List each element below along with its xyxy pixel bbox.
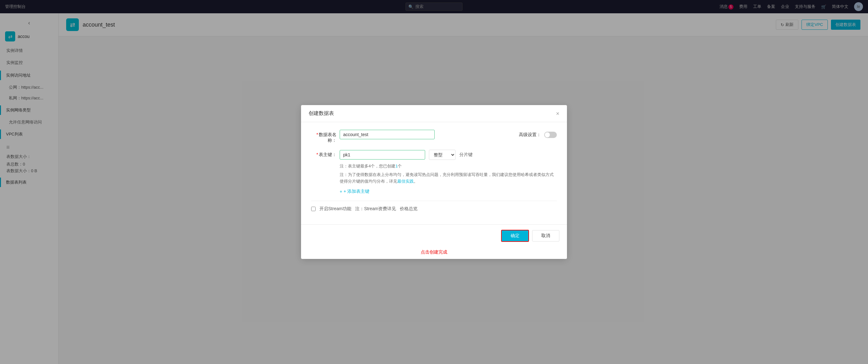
advanced-label: 高级设置： [519,132,541,138]
note2-start: 注：为了使得数据在表上分布均匀，避免读写热点问题，充分利用预留读写吞吐量，我们建… [340,172,554,184]
modal-overlay: 创建数据表 × *数据表名称： 高级设置： *表主键 [0,0,868,364]
stream-row: 开启Stream功能 注：Stream资费详见 价格总览 [311,201,557,217]
stream-checkbox-label: 开启Stream功能 [319,206,351,212]
dialog-body: *数据表名称： 高级设置： *表主键： [301,122,567,224]
add-pk-plus-icon: + [340,189,342,194]
best-practice-link[interactable]: 最佳实践 [397,179,414,184]
stream-note: 注：Stream资费详见 [355,206,396,212]
confirm-button[interactable]: 确定 [501,230,529,242]
note1-start: 注：表主键最多4个，您已创建 [340,164,395,169]
add-pk-label: + 添加表主键 [343,189,369,194]
dialog-close-button[interactable]: × [556,111,559,117]
dialog-header: 创建数据表 × [301,105,567,122]
dialog-title: 创建数据表 [309,110,334,117]
stream-checkbox[interactable] [311,207,316,211]
advanced-settings: 高级设置： [519,130,557,138]
required-mark: * [316,132,318,137]
pk-label: *表主键： [311,150,340,158]
required-mark2: * [316,152,318,157]
pk-note2: 注：为了使得数据在表上分布均匀，避免读写热点问题，充分利用预留读写吞吐量，我们建… [340,172,557,185]
pk-content: 整型 字符串 二进制 分片键 注：表主键最多4个，您已创建1个 注：为了使得数据… [340,150,557,194]
pk-input-row: 整型 字符串 二进制 分片键 [340,150,557,160]
pk1-input[interactable] [340,150,425,159]
table-name-content [340,130,519,139]
create-table-dialog: 创建数据表 × *数据表名称： 高级设置： *表主键 [301,105,567,259]
shard-key-label: 分片键 [459,152,473,158]
add-pk-button[interactable]: + + 添加表主键 [340,189,557,194]
table-name-row: *数据表名称： 高级设置： [311,130,557,143]
table-name-input[interactable] [340,130,435,139]
pk-row: *表主键： 整型 字符串 二进制 分片键 注：表主键最多4个，您已创建1个 [311,150,557,194]
dialog-footer: 确定 取消 [301,224,567,247]
note1-end: 个 [398,164,402,169]
cancel-button[interactable]: 取消 [532,230,559,242]
pk-note1: 注：表主键最多4个，您已创建1个 [340,163,557,170]
click-hint: 点击创建完成 [301,249,567,259]
price-overview-link[interactable]: 价格总览 [400,206,417,212]
table-name-label: *数据表名称： [311,130,340,143]
advanced-toggle[interactable] [544,132,557,138]
pk1-type-select[interactable]: 整型 字符串 二进制 [429,150,456,160]
note2-end: 。 [414,179,418,184]
